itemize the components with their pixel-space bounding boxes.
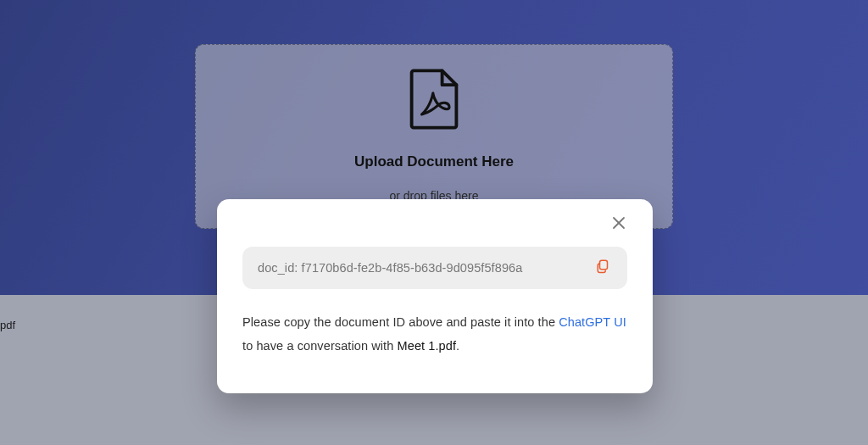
doc-id-value: doc_id: f7170b6d-fe2b-4f85-b63d-9d095f5f…	[258, 261, 522, 275]
instruction-filename: Meet 1.pdf	[398, 339, 457, 353]
copy-button[interactable]	[595, 259, 612, 276]
close-button[interactable]	[610, 216, 627, 233]
instruction-text: Please copy the document ID above and pa…	[242, 311, 627, 358]
instruction-mid: to have a conversation with	[242, 339, 398, 353]
close-icon	[612, 216, 626, 233]
background-filename-fragment: pdf	[0, 319, 15, 331]
chatgpt-ui-link[interactable]: ChatGPT UI	[559, 315, 626, 329]
instruction-post: .	[456, 339, 459, 353]
instruction-pre: Please copy the document ID above and pa…	[242, 315, 559, 329]
doc-id-modal: doc_id: f7170b6d-fe2b-4f85-b63d-9d095f5f…	[217, 199, 653, 393]
pdf-icon	[407, 69, 461, 133]
doc-id-field: doc_id: f7170b6d-fe2b-4f85-b63d-9d095f5f…	[242, 247, 627, 289]
copy-icon	[596, 259, 611, 277]
upload-title: Upload Document Here	[354, 153, 514, 170]
